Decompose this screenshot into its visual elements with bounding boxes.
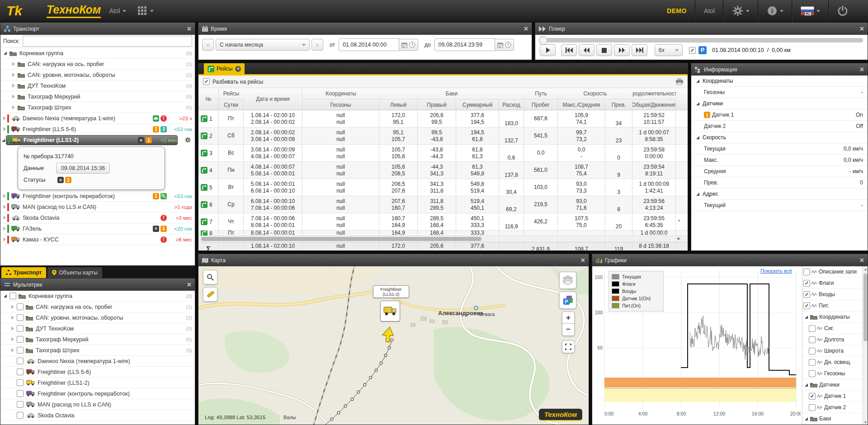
stop-button[interactable] — [596, 44, 612, 56]
collapsed-arrow-icon[interactable] — [11, 94, 15, 99]
period-next-button[interactable]: › — [311, 39, 323, 51]
period-prev-button[interactable]: ‹ — [202, 39, 214, 51]
close-icon[interactable]: × — [860, 25, 864, 33]
table-row[interactable]: 1Пт1.08.14 - 02:00:102.08.14 - 00:00:02n… — [198, 110, 688, 128]
expanded-arrow-icon[interactable] — [696, 102, 700, 106]
info-section-row[interactable]: Скорость — [691, 132, 868, 143]
table-row[interactable]: 7Чт7.08.14 - 00:00:068.08.14 - 00:00:01n… — [198, 213, 688, 231]
date-to-pickers[interactable] — [495, 39, 514, 51]
multitrack-vehicle-row[interactable]: MAN (расход по LLS и CAN) — [0, 399, 195, 410]
collapsed-arrow-icon[interactable] — [2, 216, 6, 220]
collapsed-arrow-icon[interactable] — [11, 62, 15, 66]
multitrack-group-row[interactable]: CAN: уровни, моточасы, обороты (2) — [0, 312, 195, 323]
collapsed-arrow-icon[interactable] — [2, 205, 6, 209]
vehicle-row[interactable]: Freightliner (LLS 5-6) 12 <53 сек — [0, 124, 195, 135]
show-all-link[interactable]: Показать всё — [760, 268, 792, 274]
map-poi-button[interactable]: P — [559, 292, 576, 309]
chart-item-checkbox[interactable] — [809, 336, 816, 343]
zoom-out-button[interactable]: − — [562, 323, 575, 336]
rewind-button[interactable] — [579, 44, 594, 56]
chart-item-checkbox[interactable] — [809, 404, 816, 411]
info-section-row[interactable]: Датчики — [691, 98, 868, 109]
tab-trips[interactable]: Рейсы × — [204, 63, 245, 74]
chart-item-checkbox[interactable] — [803, 291, 810, 298]
expanded-arrow-icon[interactable] — [1, 138, 5, 142]
expanded-arrow-icon[interactable] — [804, 417, 808, 421]
table-row[interactable]: 2Сб2.08.14 - 00:00:023.08.14 - 00:00:09n… — [198, 128, 688, 145]
date-from-input[interactable]: 01.08.2014 00:00 — [339, 38, 399, 51]
tab-transport[interactable]: Транспорт — [1, 267, 46, 278]
multitrack-checkbox[interactable] — [17, 379, 24, 386]
skip-end-button[interactable] — [632, 44, 647, 56]
speed-select[interactable]: 6x — [655, 44, 683, 56]
multitrack-checkbox[interactable] — [17, 336, 24, 343]
map-layers-button[interactable] — [559, 272, 576, 289]
collapsed-arrow-icon[interactable] — [10, 316, 14, 320]
zoom-in-button[interactable]: + — [562, 312, 575, 324]
info-menu[interactable]: i — [759, 0, 792, 22]
horizontal-scrollbar[interactable]: ▶ — [198, 236, 688, 242]
chart-item-checkbox[interactable] — [809, 393, 816, 400]
multitrack-group-row[interactable]: Тахограф Штрих (5) — [0, 345, 195, 356]
collapsed-arrow-icon[interactable] — [2, 237, 6, 241]
chart-list-item[interactable]: Флаги — [802, 278, 863, 289]
scroll-down-icon[interactable]: ▼ — [863, 420, 868, 425]
expanded-arrow-icon[interactable] — [804, 383, 808, 387]
search-input[interactable] — [23, 36, 192, 47]
scroll-up-icon[interactable]: ▲ — [863, 266, 868, 272]
logout-button[interactable] — [829, 0, 856, 22]
chart-list-folder[interactable]: Координаты — [802, 312, 863, 323]
chart-list-item[interactable]: Сиг. — [802, 323, 863, 334]
table-row[interactable]: 5Вт5.08.14 - 00:00:016.08.14 - 00:00:10n… — [198, 179, 688, 196]
chart-list-item[interactable]: Датчик 1 — [802, 391, 863, 402]
date-from-pickers[interactable] — [399, 39, 418, 51]
collapsed-arrow-icon[interactable] — [11, 105, 15, 109]
collapsed-arrow-icon[interactable] — [10, 326, 14, 331]
close-icon[interactable]: × — [187, 25, 191, 33]
multitrack-group-row[interactable]: Тахограф Меркурий (5) — [0, 334, 195, 345]
collapsed-arrow-icon[interactable] — [3, 294, 7, 298]
close-icon[interactable]: × — [581, 257, 585, 264]
fullscreen-button[interactable] — [562, 340, 575, 353]
transport-group-row[interactable]: Тахограф Меркурий (5) — [0, 91, 195, 102]
language-menu[interactable]: RU — [793, 0, 828, 22]
expanded-arrow-icon[interactable] — [3, 51, 7, 55]
multitrack-vehicle-row[interactable]: Daewoo Nexia (температура 1-wire) — [0, 356, 195, 367]
selected-vehicle[interactable]: Freightliner (LLS1-2) ×1 <2 мин — [6, 135, 178, 145]
collapsed-arrow-icon[interactable] — [10, 337, 14, 341]
multitrack-vehicle-row[interactable]: Freightliner (LLS 5-6) — [0, 367, 195, 378]
chart-list-item[interactable]: Дн. освещ. — [802, 357, 863, 368]
chart-list-item[interactable]: Геозоны — [802, 368, 863, 379]
vehicle-row[interactable]: Skoda Octavia ! >3 мес — [0, 212, 195, 223]
skip-start-button[interactable] — [561, 44, 577, 56]
tab-close-icon[interactable]: × — [235, 66, 241, 72]
chart-list-scrollbar[interactable]: ▲ ▼ — [862, 266, 868, 425]
vehicle-row[interactable]: ГАЗель ×1 <20 сек — [0, 223, 195, 234]
playback-slider[interactable] — [540, 38, 863, 42]
split-trips-checkbox[interactable] — [203, 78, 210, 85]
map-canvas[interactable]: АлександровкаОтвагаВалы Freightliner (LL… — [198, 266, 589, 425]
collapsed-arrow-icon[interactable] — [10, 348, 14, 352]
play-button[interactable] — [540, 44, 556, 56]
close-icon[interactable]: × — [860, 66, 864, 73]
vehicle-callout[interactable]: Freightliner (LLS1-2) — [373, 285, 409, 298]
chart-list-item[interactable]: Входы — [802, 289, 863, 300]
collapsed-arrow-icon[interactable] — [2, 194, 6, 198]
multitrack-vehicle-row[interactable]: Freightliner (контроль переработок) — [0, 388, 195, 399]
multitrack-vehicle-row[interactable]: Freightliner (LLS1-2) — [0, 378, 195, 388]
apps-grid-menu[interactable] — [134, 0, 162, 22]
multitrack-checkbox[interactable] — [17, 347, 24, 354]
multitrack-checkbox[interactable] — [17, 368, 24, 375]
expanded-arrow-icon[interactable] — [696, 192, 700, 196]
multitrack-checkbox[interactable] — [17, 314, 24, 321]
close-icon[interactable]: × — [524, 25, 528, 33]
account-menu[interactable]: Atol — [101, 0, 134, 22]
collapsed-arrow-icon[interactable] — [10, 305, 14, 309]
chart-list-item[interactable]: Датчик 2 — [802, 402, 863, 413]
transport-group-row[interactable]: ДУТ ТехноКом (0) — [0, 80, 195, 91]
vehicle-row[interactable]: Freightliner (контроль переработок) 1 <5… — [0, 191, 195, 202]
collapsed-arrow-icon[interactable] — [2, 227, 6, 231]
vehicle-marker[interactable] — [380, 301, 400, 321]
scroll-thumb[interactable] — [863, 274, 868, 341]
period-select[interactable]: С начала месяца — [216, 39, 310, 51]
